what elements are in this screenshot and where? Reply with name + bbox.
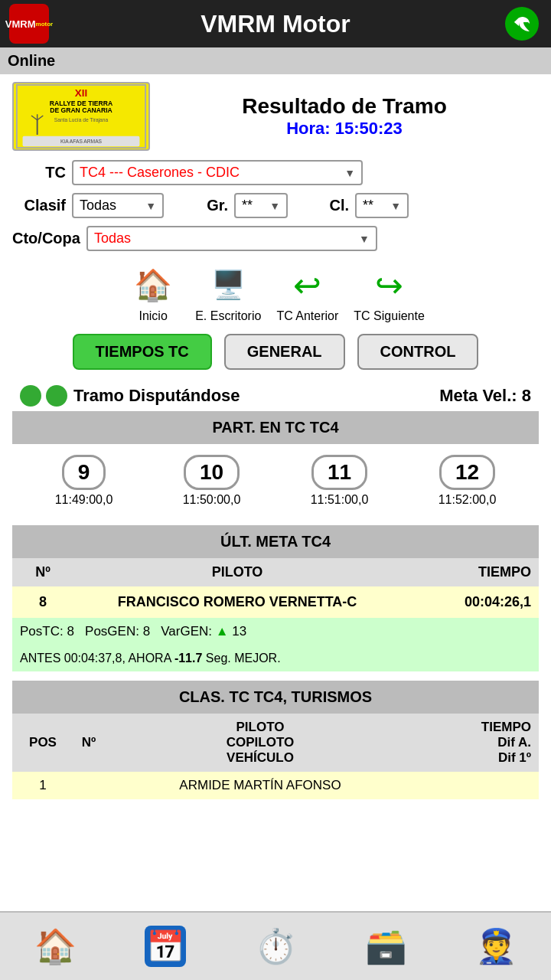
action-inicio-label: Inicio xyxy=(139,309,167,323)
diff-text: -11.7 xyxy=(174,652,202,665)
last-meta-header: ÚLT. META TC4 xyxy=(12,525,539,558)
general-button[interactable]: GENERAL xyxy=(224,334,345,370)
clas-row-1: 1 ARMIDE MARTÍN AFONSO xyxy=(12,772,539,799)
home-icon: 🏠 xyxy=(126,262,180,308)
posTC-label: PosTC: xyxy=(20,624,64,639)
tc-value: TC4 --- Caserones - CDIC xyxy=(80,165,240,181)
participant-time-11: 11:51:00,0 xyxy=(311,493,369,507)
status-bar: Tramo Disputándose Meta Vel.: 8 xyxy=(12,381,539,411)
online-label: Online xyxy=(8,52,55,69)
classification-section: CLAS. TC TC4, TURISMOS POS Nº PILOTO COP… xyxy=(12,681,539,799)
participant-12: 12 11:52:00,0 xyxy=(439,455,497,507)
clasif-label: Clasif xyxy=(12,197,66,214)
antes-text: ANTES 00:04:37,8, AHORA xyxy=(20,652,171,665)
tab-home[interactable]: 🏠 xyxy=(17,926,93,966)
participant-9: 9 11:49:00,0 xyxy=(55,455,113,507)
gr-dropdown-arrow: ▼ xyxy=(269,200,280,212)
bottom-tab-bar: 🏠 📅 ⏱️ 🗃️ 👮 xyxy=(0,911,551,980)
status-left: Tramo Disputándose xyxy=(20,385,240,407)
participant-time-10: 11:50:00,0 xyxy=(183,493,241,507)
files-tab-icon: 🗃️ xyxy=(365,926,407,966)
clas-header: CLAS. TC TC4, TURISMOS xyxy=(12,681,539,714)
face-tab-icon: 👮 xyxy=(475,926,517,966)
col-tiempo-label: TIEMPO xyxy=(409,720,531,735)
action-tc-siguiente[interactable]: ↪ TC Siguiente xyxy=(354,262,425,323)
tab-files[interactable]: 🗃️ xyxy=(347,926,424,966)
cto-copa-value: Todas xyxy=(94,230,131,247)
meta-vel: Meta Vel.: 8 xyxy=(439,386,531,406)
tc-selector-row: TC TC4 --- Caserones - CDIC ▼ xyxy=(12,160,539,185)
posGEN-val: 8 xyxy=(143,624,150,639)
participant-num-11: 11 xyxy=(311,455,367,490)
last-meta-detail: PosTC: 8 PosGEN: 8 VarGEN: ▲ 13 xyxy=(12,618,539,645)
participant-num-9: 9 xyxy=(62,455,106,490)
cl-dropdown[interactable]: ** ▼ xyxy=(355,193,409,218)
col-piloto-header: PILOTO xyxy=(66,564,409,580)
tc-anterior-icon: ↩ xyxy=(281,262,334,308)
participant-11: 11 11:51:00,0 xyxy=(311,455,369,507)
action-escritorio-label: E. Escritorio xyxy=(195,309,261,323)
participant-time-9: 11:49:00,0 xyxy=(55,493,113,507)
action-tc-anterior-label: TC Anterior xyxy=(276,309,338,323)
clas-pos-1: 1 xyxy=(20,778,66,793)
participant-num-10: 10 xyxy=(184,455,240,490)
main-content: XII RALLYE DE TIERRA DE GRAN CANARIA San… xyxy=(0,74,551,884)
participant-time-12: 11:52:00,0 xyxy=(439,493,497,507)
clasif-row: Clasif Todas ▼ Gr. ** ▼ Cl. ** ▼ xyxy=(12,193,539,218)
rally-logo: XII RALLYE DE TIERRA DE GRAN CANARIA San… xyxy=(12,82,150,151)
gr-dropdown[interactable]: ** ▼ xyxy=(234,193,288,218)
last-meta-data-row: 8 FRANCISCO ROMERO VERNETTA-C 00:04:26,1 xyxy=(12,586,539,618)
tiempos-tc-button[interactable]: TIEMPOS TC xyxy=(73,334,212,370)
gr-value: ** xyxy=(242,198,253,214)
back-button[interactable] xyxy=(502,4,542,44)
action-inicio[interactable]: 🏠 Inicio xyxy=(126,262,180,323)
result-title: Resultado de Tramo xyxy=(150,94,539,119)
result-hora: Hora: 15:50:23 xyxy=(150,119,539,139)
cl-value: ** xyxy=(363,198,373,214)
cl-dropdown-arrow: ▼ xyxy=(390,200,401,212)
participants-row: 9 11:49:00,0 10 11:50:00,0 11 11:51:00,0… xyxy=(12,444,539,518)
tab-calendar[interactable]: 📅 xyxy=(127,926,204,967)
dot-1 xyxy=(20,385,41,407)
participant-10: 10 11:50:00,0 xyxy=(183,455,241,507)
result-title-area: Resultado de Tramo Hora: 15:50:23 xyxy=(150,94,539,139)
posGEN-label: PosGEN: xyxy=(85,624,139,639)
cto-copa-row: Cto/Copa Todas ▼ xyxy=(12,226,539,251)
action-tc-siguiente-label: TC Siguiente xyxy=(354,309,425,323)
cto-copa-label: Cto/Copa xyxy=(12,230,80,247)
tc-siguiente-icon: ↪ xyxy=(363,262,416,308)
app-logo: VMRM motor xyxy=(9,4,49,44)
action-escritorio[interactable]: 🖥️ E. Escritorio xyxy=(195,262,261,323)
tc-dropdown-arrow: ▼ xyxy=(344,167,355,179)
clas-table-header: POS Nº PILOTO COPILOTO VEHÍCULO TIEMPO D… xyxy=(12,714,539,772)
home-tab-icon: 🏠 xyxy=(34,926,77,966)
clas-col-pos: POS xyxy=(20,735,66,750)
status-dots xyxy=(20,385,67,407)
clasif-dropdown-arrow: ▼ xyxy=(145,200,156,212)
tc-dropdown[interactable]: TC4 --- Caserones - CDIC ▼ xyxy=(72,160,363,185)
cto-copa-dropdown-arrow: ▼ xyxy=(359,233,370,245)
participants-header: PART. EN TC TC4 xyxy=(12,411,539,444)
tab-face[interactable]: 👮 xyxy=(458,926,534,966)
buttons-row: TIEMPOS TC GENERAL CONTROL xyxy=(12,334,539,370)
cl-label: Cl. xyxy=(295,197,349,214)
back-arrow-icon[interactable] xyxy=(505,7,539,41)
clas-col-no: Nº xyxy=(66,735,112,750)
action-tc-anterior[interactable]: ↩ TC Anterior xyxy=(276,262,338,323)
clas-col-vehiculo: VEHÍCULO xyxy=(112,750,409,766)
app-header: VMRM motor VMRM Motor xyxy=(0,0,551,47)
control-button[interactable]: CONTROL xyxy=(357,334,479,370)
svg-text:XII: XII xyxy=(75,87,87,99)
cto-copa-dropdown[interactable]: Todas ▼ xyxy=(86,226,377,251)
online-bar: Online xyxy=(0,47,551,74)
status-text: Tramo Disputándose xyxy=(73,386,240,406)
last-meta-table-header: Nº PILOTO TIEMPO xyxy=(12,558,539,586)
svg-text:Santa Lucía de Tirajana: Santa Lucía de Tirajana xyxy=(54,117,109,123)
clas-col-piloto: PILOTO xyxy=(112,720,409,735)
clasif-dropdown[interactable]: Todas ▼ xyxy=(72,193,164,218)
title-area: XII RALLYE DE TIERRA DE GRAN CANARIA San… xyxy=(12,82,539,151)
col-tiempo-header: TIEMPO xyxy=(409,564,531,580)
tab-stopwatch[interactable]: ⏱️ xyxy=(237,926,314,966)
last-meta-antes: ANTES 00:04:37,8, AHORA -11.7 Seg. MEJOR… xyxy=(12,645,539,671)
svg-text:KIA  AFAS  ARMAS: KIA AFAS ARMAS xyxy=(60,139,103,144)
